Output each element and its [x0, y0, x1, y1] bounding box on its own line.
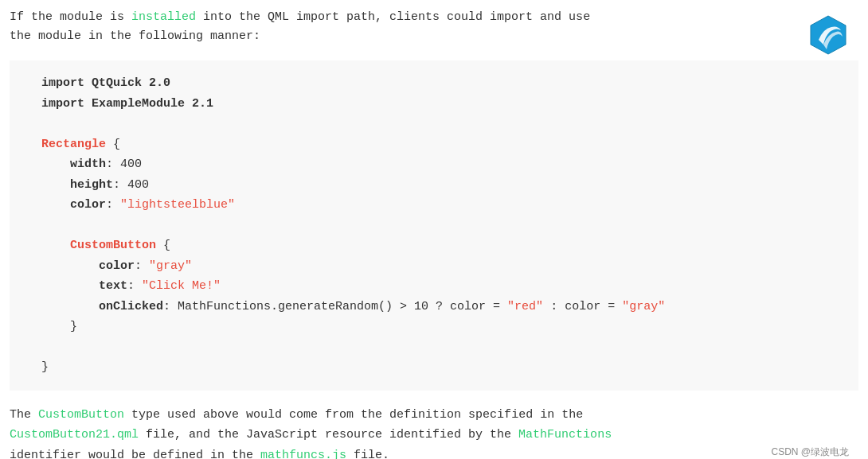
cb-indent: [41, 239, 70, 252]
code-block: import QtQuick 2.0 import ExampleModule …: [10, 60, 858, 391]
rect-close-line: }: [41, 357, 843, 378]
color-rect-value: "lightsteelblue": [120, 198, 235, 212]
width-line: width: 400: [41, 154, 843, 175]
cb-color-val: "gray": [149, 259, 192, 273]
cb-onclick-rest: : MathFunctions.generateRandom() > 10 ? …: [163, 300, 507, 313]
height-line: height: 400: [41, 175, 843, 196]
rectangle-keyword: Rectangle: [41, 138, 106, 151]
cb-close-brace: }: [70, 320, 77, 333]
cb-brace: {: [156, 239, 170, 252]
footer-line3-part1: identifier would be defined in the: [10, 449, 260, 460]
cb-text-line: text: "Click Me!": [41, 276, 843, 297]
cb-close-indent: [41, 320, 70, 333]
footer-line3-part2: file.: [346, 449, 389, 460]
height-indent: [41, 178, 70, 192]
intro-line1-part2: into the QML import path, clients could …: [196, 10, 590, 24]
custombutton-keyword: CustomButton: [70, 239, 156, 252]
cb-onclick-prop: onClicked: [99, 300, 163, 313]
width-indent: [41, 158, 70, 171]
cb-close-line: }: [41, 317, 843, 337]
width-property: width: [70, 158, 106, 171]
intro-paragraph: If the module is installed into the QML …: [10, 8, 858, 46]
qt-logo-icon: [807, 14, 849, 56]
color-rect-colon: :: [106, 198, 120, 212]
cb-onclick-indent: [41, 300, 99, 313]
cb-onclick-colon2: : color =: [543, 300, 622, 313]
color-rect-line: color: "lightsteelblue": [41, 195, 843, 216]
height-value: : 400: [113, 178, 149, 192]
height-property: height: [70, 178, 113, 192]
footer-mathfunctions-code: MathFunctions: [518, 428, 612, 441]
qt-logo-area: [807, 14, 849, 60]
color-rect-property: color: [70, 198, 106, 212]
cb-color-line: color: "gray": [41, 256, 843, 277]
rectangle-open-line: Rectangle {: [41, 134, 843, 155]
blank3-line: [41, 337, 843, 358]
footer-custombutton-code: CustomButton: [38, 408, 124, 422]
width-value: : 400: [106, 158, 142, 171]
cb-color-prop: color: [99, 259, 135, 273]
intro-line1-part1: If the module is: [10, 10, 131, 24]
intro-installed-word: installed: [131, 10, 196, 24]
footer-custombutton21-code: CustomButton21.qml: [10, 428, 139, 441]
footer-line1-part2: type used above would come from the defi…: [124, 408, 583, 422]
import1-line: import QtQuick 2.0: [41, 73, 843, 94]
cb-text-val: "Click Me!": [142, 279, 221, 293]
cb-onclick-gray: "gray": [622, 300, 665, 313]
cb-onclick-red: "red": [507, 300, 543, 313]
color-rect-indent: [41, 198, 70, 212]
cb-color-colon: :: [135, 259, 149, 273]
cb-color-indent: [41, 259, 99, 273]
custombutton-open-line: CustomButton {: [41, 235, 843, 256]
intro-line2: the module in the following manner:: [10, 29, 260, 43]
footer-line1-part1: The: [10, 408, 38, 422]
blank2-line: [41, 216, 843, 236]
svg-marker-1: [811, 16, 846, 54]
cb-onclicked-line: onClicked: MathFunctions.generateRandom(…: [41, 297, 843, 317]
footer-text: The CustomButton type used above would c…: [10, 405, 858, 460]
footer-line2-part1: file, and the JavaScript resource identi…: [139, 428, 518, 441]
watermark-text: CSDN @绿波电龙: [771, 445, 849, 459]
cb-text-prop: text: [99, 279, 127, 293]
blank1-line: [41, 114, 843, 134]
rectangle-brace: {: [106, 138, 120, 151]
cb-text-colon: :: [127, 279, 142, 293]
import2-line: import ExampleModule 2.1: [41, 94, 843, 115]
footer-mathfuncsjs-code: mathfuncs.js: [260, 449, 346, 460]
cb-text-indent: [41, 279, 99, 293]
